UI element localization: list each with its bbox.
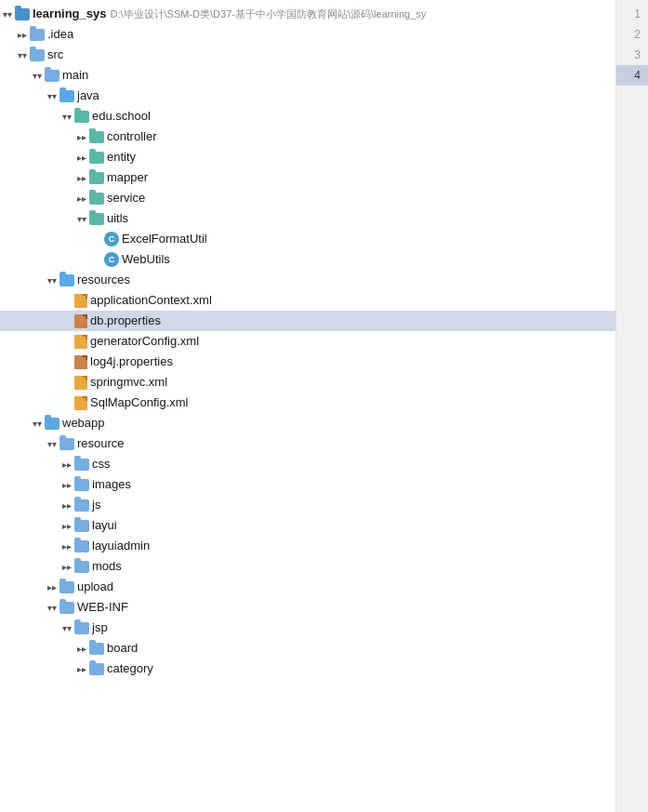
tree-item-css[interactable]: ▸css (0, 454, 615, 474)
folder-icon-mapper (89, 172, 104, 184)
arrow-WebUtils[interactable] (89, 252, 104, 267)
label-mods: mods (92, 556, 122, 577)
line-number-gutter: 1 2 3 4 (615, 0, 648, 812)
tree-item-src[interactable]: ▾src (0, 45, 615, 65)
arrow-css[interactable]: ▸ (60, 457, 74, 472)
line-1: 1 (616, 4, 648, 24)
folder-icon-root (15, 8, 30, 20)
label-uitls: uitls (107, 208, 128, 229)
tree-item-layuiadmin[interactable]: ▸layuiadmin (0, 536, 615, 556)
label-controller: controller (107, 126, 156, 147)
arrow-upload[interactable]: ▸ (45, 579, 60, 594)
tree-item-springmvc_xml[interactable]: springmvc.xml (0, 372, 615, 393)
arrow-src[interactable]: ▾ (15, 47, 30, 62)
arrow-mapper[interactable]: ▸ (74, 170, 89, 185)
tree-item-service[interactable]: ▸service (0, 188, 615, 208)
tree-item-idea[interactable]: ▸.idea (0, 24, 615, 45)
tree-item-controller[interactable]: ▸controller (0, 126, 615, 147)
tree-item-root[interactable]: ▾learning_sysD:\毕业设计\SSM-D类\D37-基于中小学国防教… (0, 4, 615, 24)
label-SqlMapConfig_xml: SqlMapConfig.xml (90, 393, 189, 413)
tree-item-WebUtils[interactable]: CWebUtils (0, 249, 615, 270)
label-entity: entity (107, 147, 136, 167)
properties-icon-log4j_properties (74, 355, 87, 369)
tree-item-layui[interactable]: ▸layui (0, 515, 615, 536)
folder-icon-webapp (45, 418, 60, 430)
file-tree[interactable]: ▾learning_sysD:\毕业设计\SSM-D类\D37-基于中小学国防教… (0, 0, 615, 812)
tree-item-mapper[interactable]: ▸mapper (0, 167, 615, 188)
tree-item-webapp[interactable]: ▾webapp (0, 413, 615, 433)
root-label: learning_sysD:\毕业设计\SSM-D类\D37-基于中小学国防教育… (33, 4, 426, 24)
label-db_properties: db.properties (90, 311, 161, 331)
folder-icon-uitls (89, 213, 104, 225)
arrow-springmvc_xml[interactable] (60, 375, 74, 390)
tree-item-resources[interactable]: ▾resources (0, 270, 615, 290)
tree-item-SqlMapConfig_xml[interactable]: SqlMapConfig.xml (0, 393, 615, 413)
folder-icon-main (45, 70, 60, 82)
arrow-db_properties[interactable] (60, 313, 74, 328)
arrow-main[interactable]: ▾ (30, 68, 45, 83)
arrow-category[interactable]: ▸ (74, 661, 89, 676)
label-jsp: jsp (92, 618, 108, 638)
arrow-resources[interactable]: ▾ (45, 273, 60, 287)
tree-item-main[interactable]: ▾main (0, 65, 615, 86)
arrow-ExcelFormatUtil[interactable] (89, 232, 104, 246)
arrow-images[interactable]: ▸ (60, 477, 74, 492)
tree-item-js[interactable]: ▸js (0, 495, 615, 515)
xml-icon-SqlMapConfig_xml (74, 396, 87, 410)
arrow-jsp[interactable]: ▾ (60, 620, 74, 635)
arrow-mods[interactable]: ▸ (60, 559, 74, 574)
tree-item-upload[interactable]: ▸upload (0, 577, 615, 597)
arrow-WEB-INF[interactable]: ▾ (45, 600, 60, 615)
arrow-generatorConfig[interactable] (60, 334, 74, 349)
label-layui: layui (92, 515, 117, 536)
label-css: css (92, 454, 111, 474)
label-src: src (47, 45, 63, 65)
tree-item-edu_school[interactable]: ▾edu.school (0, 106, 615, 126)
folder-icon-service (89, 193, 104, 205)
arrow-layui[interactable]: ▸ (60, 518, 74, 533)
tree-item-db_properties[interactable]: db.properties (0, 311, 615, 331)
arrow-entity[interactable]: ▸ (74, 150, 89, 165)
tree-item-generatorConfig[interactable]: generatorConfig.xml (0, 331, 615, 352)
label-images: images (92, 474, 131, 495)
arrow-board[interactable]: ▸ (74, 641, 89, 656)
tree-item-images[interactable]: ▸images (0, 474, 615, 495)
arrow-applicationContext[interactable] (60, 293, 74, 308)
label-edu_school: edu.school (92, 106, 151, 126)
arrow-java[interactable]: ▾ (45, 88, 60, 103)
tree-item-WEB-INF[interactable]: ▾WEB-INF (0, 597, 615, 618)
arrow-root[interactable]: ▾ (0, 7, 15, 21)
tree-item-resource[interactable]: ▾resource (0, 433, 615, 454)
label-generatorConfig: generatorConfig.xml (90, 331, 199, 352)
tree-item-uitls[interactable]: ▾uitls (0, 208, 615, 229)
tree-item-mods[interactable]: ▸mods (0, 556, 615, 577)
arrow-js[interactable]: ▸ (60, 498, 74, 512)
line-3: 3 (616, 45, 648, 65)
arrow-layuiadmin[interactable]: ▸ (60, 539, 74, 553)
tree-item-entity[interactable]: ▸entity (0, 147, 615, 167)
arrow-log4j_properties[interactable] (60, 354, 74, 369)
tree-item-log4j_properties[interactable]: log4j.properties (0, 352, 615, 372)
tree-item-jsp[interactable]: ▾jsp (0, 618, 615, 638)
xml-icon-springmvc_xml (74, 376, 87, 390)
arrow-SqlMapConfig_xml[interactable] (60, 395, 74, 410)
line-4: 4 (616, 65, 648, 86)
arrow-edu_school[interactable]: ▾ (60, 109, 74, 124)
folder-icon-images (74, 479, 89, 491)
tree-item-java[interactable]: ▾java (0, 86, 615, 106)
tree-item-board[interactable]: ▸board (0, 638, 615, 659)
label-main: main (62, 65, 88, 86)
folder-icon-WEB-INF (60, 602, 74, 614)
tree-item-applicationContext[interactable]: applicationContext.xml (0, 290, 615, 311)
arrow-service[interactable]: ▸ (74, 191, 89, 206)
arrow-controller[interactable]: ▸ (74, 129, 89, 144)
label-board: board (107, 638, 138, 659)
arrow-resource[interactable]: ▾ (45, 436, 60, 451)
label-log4j_properties: log4j.properties (90, 352, 173, 372)
arrow-idea[interactable]: ▸ (15, 27, 30, 42)
tree-item-category[interactable]: ▸category (0, 659, 615, 679)
tree-item-ExcelFormatUtil[interactable]: CExcelFormatUtil (0, 229, 615, 249)
arrow-uitls[interactable]: ▾ (74, 211, 89, 226)
label-applicationContext: applicationContext.xml (90, 290, 212, 311)
arrow-webapp[interactable]: ▾ (30, 416, 45, 431)
